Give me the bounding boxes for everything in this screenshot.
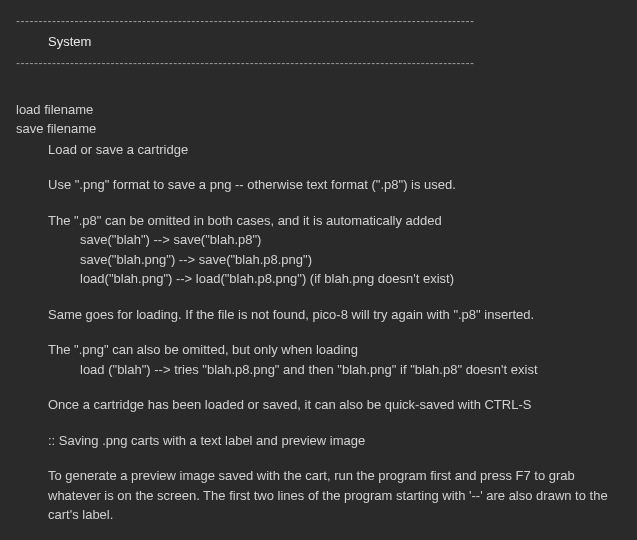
paragraph: Once a cartridge has been loaded or save…	[16, 395, 621, 415]
command-load: load filename	[16, 100, 621, 120]
paragraph: Use ".png" format to save a png -- other…	[16, 175, 621, 195]
desc-line: Load or save a cartridge	[16, 140, 621, 160]
divider-bottom: ----------------------------------------…	[16, 54, 621, 72]
paragraph: Same goes for loading. If the file is no…	[16, 305, 621, 325]
example-line: load("blah.png") --> load("blah.p8.png")…	[16, 269, 621, 289]
command-save: save filename	[16, 119, 621, 139]
doc-content: load filename save filename Load or save…	[16, 100, 621, 525]
section-title: System	[16, 32, 621, 52]
paragraph: The ".p8" can be omitted in both cases, …	[16, 211, 621, 231]
divider-top: ----------------------------------------…	[16, 12, 621, 30]
paragraph: To generate a preview image saved with t…	[16, 466, 621, 525]
subheading: :: Saving .png carts with a text label a…	[16, 431, 621, 451]
example-line: save("blah.png") --> save("blah.p8.png")	[16, 250, 621, 270]
example-line: save("blah") --> save("blah.p8")	[16, 230, 621, 250]
paragraph: The ".png" can also be omitted, but only…	[16, 340, 621, 360]
example-line: load ("blah") --> tries "blah.p8.png" an…	[16, 360, 621, 380]
